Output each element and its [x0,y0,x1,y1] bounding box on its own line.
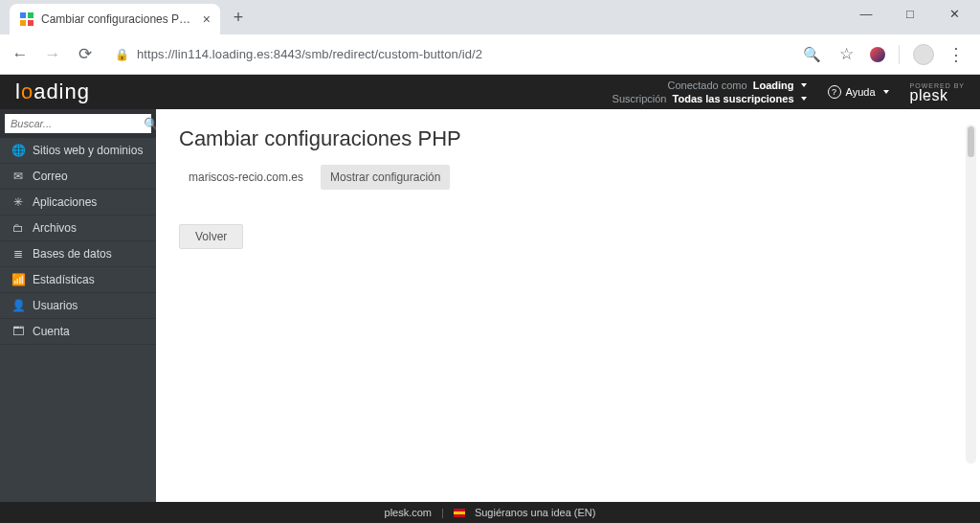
tab-strip: Cambiar configuraciones PHP - L × + — □ … [0,0,980,34]
tab-show-config[interactable]: Mostrar configuración [321,165,450,190]
divider [899,45,900,64]
svg-rect-0 [20,12,26,18]
back-button[interactable]: ← [10,45,31,64]
browser-tab[interactable]: Cambiar configuraciones PHP - L × [10,4,220,34]
header-right: Conectado como Loading Suscripción Todas… [612,79,965,105]
stats-icon: 📶 [11,273,25,286]
new-tab-button[interactable]: + [228,8,249,28]
svg-rect-1 [28,12,33,18]
app: loading Conectado como Loading Suscripci… [0,75,980,523]
sidebar-item-files[interactable]: 🗀 Archivos [0,216,156,241]
footer-link[interactable]: plesk.com [385,507,433,518]
sidebar-item-label: Correo [33,170,68,183]
toolbar-right: 🔍 ☆ ⋮ [801,44,970,65]
window-controls: — □ ✕ [846,0,974,27]
plesk-logo[interactable]: POWERED BY plesk [910,82,965,102]
app-header: loading Conectado como Loading Suscripci… [0,75,980,109]
subscription-dropdown[interactable]: Todas las suscripciones [673,92,807,105]
sidebar: 🔍 🌐 Sitios web y dominios ✉ Correo ✳ Apl… [0,109,156,502]
login-user-dropdown[interactable]: Loading [753,79,807,92]
sidebar-item-label: Archivos [33,221,77,235]
address-bar[interactable]: 🔒 https://lin114.loading.es:8443/smb/red… [107,47,790,61]
star-icon[interactable]: ☆ [835,44,857,64]
back-button-content[interactable]: Volver [179,224,243,249]
zoom-icon[interactable]: 🔍 [801,46,822,63]
sidebar-item-websites[interactable]: 🌐 Sitios web y dominios [0,138,156,164]
extension-icon[interactable] [870,47,885,62]
close-tab-button[interactable]: × [203,11,211,27]
sidebar-nav: 🌐 Sitios web y dominios ✉ Correo ✳ Aplic… [0,138,156,345]
favicon-icon [19,11,34,27]
sidebar-item-users[interactable]: 👤 Usuarios [0,293,156,319]
sidebar-item-label: Sitios web y dominios [33,144,143,157]
folder-icon: 🗀 [11,221,25,235]
sidebar-item-account[interactable]: 🗔 Cuenta [0,319,156,345]
sidebar-item-label: Cuenta [33,325,70,338]
svg-rect-3 [28,20,33,26]
maximize-button[interactable]: □ [890,0,930,27]
brand-post: ading [33,80,90,103]
help-label: Ayuda [846,86,876,98]
sidebar-item-mail[interactable]: ✉ Correo [0,164,156,190]
subscription-label: Suscripción [612,93,667,104]
sidebar-item-label: Usuarios [33,299,78,312]
sidebar-search[interactable]: 🔍 [5,114,151,133]
browser-toolbar: ← → ⟳ 🔒 https://lin114.loading.es:8443/s… [0,34,980,75]
sidebar-search-wrap: 🔍 [0,109,156,138]
puzzle-icon: ✳ [11,195,25,209]
sidebar-item-apps[interactable]: ✳ Aplicaciones [0,190,156,216]
svg-rect-5 [454,512,465,514]
flag-icon [454,509,465,517]
globe-icon: 🌐 [11,144,25,157]
footer-separator: | [441,507,444,518]
menu-button[interactable]: ⋮ [947,44,965,65]
svg-rect-6 [454,514,465,517]
card-icon: 🗔 [11,325,25,338]
browser-chrome: Cambiar configuraciones PHP - L × + — □ … [0,0,980,75]
sidebar-item-stats[interactable]: 📶 Estadísticas [0,267,156,293]
tab-domain[interactable]: mariscos-recio.com.es [179,165,313,190]
tabs-row: mariscos-recio.com.es Mostrar configurac… [179,165,957,190]
login-block: Conectado como Loading Suscripción Todas… [612,79,807,105]
url-text: https://lin114.loading.es:8443/smb/redir… [137,47,482,61]
scrollbar-thumb[interactable] [968,126,974,157]
sidebar-item-label: Bases de datos [33,247,112,261]
tab-title: Cambiar configuraciones PHP - L [41,12,196,26]
profile-avatar[interactable] [913,44,934,65]
plesk-text: plesk [910,87,948,103]
lock-icon: 🔒 [115,48,129,61]
close-window-button[interactable]: ✕ [934,0,974,27]
app-footer: plesk.com | Sugiéranos una idea (EN) [0,502,980,523]
brand-logo[interactable]: loading [15,80,90,104]
content-area: Cambiar configuraciones PHP mariscos-rec… [156,109,980,502]
app-body: 🔍 🌐 Sitios web y dominios ✉ Correo ✳ Apl… [0,109,980,502]
user-icon: 👤 [11,299,25,312]
forward-button[interactable]: → [42,45,63,64]
login-label: Conectado como [667,80,746,91]
minimize-button[interactable]: — [846,0,886,27]
footer-suggest-link[interactable]: Sugiéranos una idea (EN) [475,507,596,518]
help-dropdown[interactable]: ? Ayuda [828,85,889,99]
svg-rect-4 [454,509,465,512]
sidebar-item-databases[interactable]: ≣ Bases de datos [0,241,156,267]
sidebar-item-label: Estadísticas [33,273,95,286]
content-scrollbar[interactable] [966,125,976,464]
brand-accent: o [21,80,33,103]
search-input[interactable] [11,118,144,129]
sidebar-item-label: Aplicaciones [33,195,97,209]
mail-icon: ✉ [11,170,25,183]
reload-button[interactable]: ⟳ [75,44,96,64]
page-title: Cambiar configuraciones PHP [179,126,957,151]
svg-rect-2 [20,20,26,26]
help-icon: ? [828,85,841,99]
database-icon: ≣ [11,247,25,261]
